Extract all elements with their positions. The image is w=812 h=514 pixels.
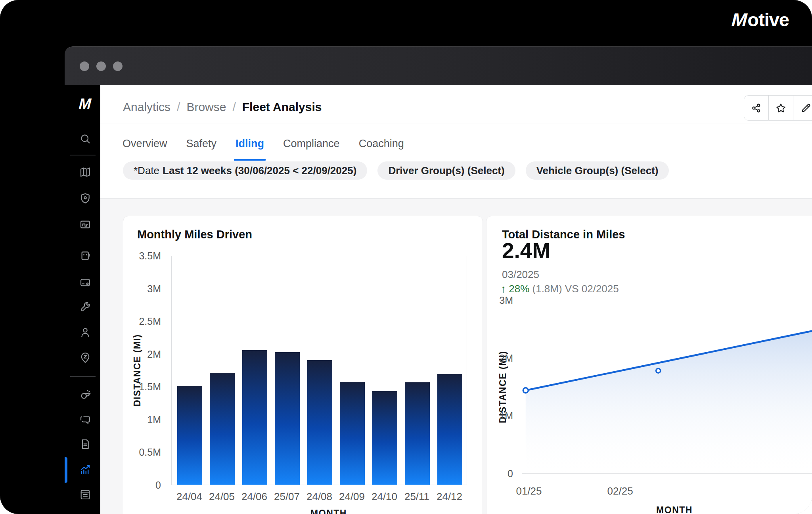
- tab-overview[interactable]: Overview: [121, 135, 169, 161]
- tab-idling[interactable]: Idling: [234, 135, 266, 161]
- line-chart-x-axis-label: MONTH: [656, 505, 693, 514]
- date-filter-chip[interactable]: *Date Last 12 weeks (30/06/2025 < 22/09/…: [123, 161, 367, 180]
- bar-x-tick: 25/07: [274, 491, 300, 503]
- drivers-person-icon[interactable]: [79, 326, 92, 339]
- kpi-change-arrow-icon: ↑: [501, 283, 506, 295]
- bar-y-tick: 2M: [147, 349, 161, 359]
- bar-y-tick: 3M: [147, 284, 161, 294]
- sidebar-motive-m-logo: M: [77, 96, 93, 112]
- bar-24/05[interactable]: [210, 373, 235, 485]
- vehicle-group-filter-chip[interactable]: Vehicle Group(s) (Select): [526, 161, 669, 180]
- page-action-buttons: [744, 95, 812, 121]
- bar-x-tick: 24/12: [437, 491, 462, 503]
- line-y-tick: 2M: [499, 353, 513, 363]
- bar-y-tick: 3.5M: [139, 251, 161, 261]
- bar-x-tick: 24/05: [209, 491, 235, 503]
- documents-file-icon[interactable]: [79, 438, 92, 451]
- driver-group-filter-chip[interactable]: Driver Group(s) (Select): [377, 161, 515, 180]
- kpi-change-percent: 28%: [509, 283, 529, 295]
- tab-coaching[interactable]: Coaching: [357, 135, 406, 161]
- bar-x-tick: 24/04: [176, 491, 202, 503]
- line-chart-y-ticks: 3M2M1M0: [486, 300, 515, 474]
- data-point-marker: [656, 368, 661, 373]
- bar-x-tick: 24/09: [339, 491, 365, 503]
- kpi-change-note: (1.8M) VS 02/2025: [532, 283, 619, 295]
- map-icon[interactable]: [79, 166, 92, 178]
- bar-25/07[interactable]: [275, 352, 300, 485]
- geofence-icon[interactable]: [79, 219, 92, 231]
- window-titlebar: [65, 46, 812, 85]
- bar-24/08[interactable]: [307, 360, 332, 485]
- report-tabs: Overview Safety Idling Compliance Coachi…: [100, 123, 812, 161]
- line-x-tick: 01/25: [516, 485, 542, 497]
- bar-24/06[interactable]: [242, 350, 267, 485]
- bar-y-tick: 1M: [147, 415, 161, 425]
- monthly-miles-driven-card: Monthly Miles Driven DISTANCE (MI) 3.5M3…: [123, 216, 483, 514]
- line-x-tick: 02/25: [607, 485, 633, 497]
- vehicle-group-filter-value: Vehicle Group(s) (Select): [536, 165, 659, 177]
- motive-logo: Motive: [732, 10, 789, 29]
- breadcrumb-analytics[interactable]: Analytics: [123, 100, 170, 114]
- window-dot-icon[interactable]: [113, 61, 123, 71]
- kpi-total-distance-value: 2.4M: [502, 240, 550, 262]
- bar-25/11[interactable]: [405, 382, 430, 485]
- maintenance-wrench-icon[interactable]: [79, 302, 92, 314]
- total-distance-card: Total Distance in Miles 2.4M 03/2025 ↑ 2…: [486, 216, 812, 514]
- page-header: Analytics / Browse / Fleet Analysis: [100, 85, 812, 123]
- bar-24/04[interactable]: [177, 386, 202, 485]
- window-dot-icon[interactable]: [96, 61, 106, 71]
- main-content: Analytics / Browse / Fleet Analysis: [100, 85, 812, 514]
- bar-chart-plot-area: [171, 256, 467, 485]
- breadcrumb-browse[interactable]: Browse: [186, 100, 226, 114]
- messages-chat-icon[interactable]: [79, 414, 92, 426]
- favorite-star-button[interactable]: [769, 96, 793, 120]
- bar-x-tick: 24/10: [372, 491, 397, 503]
- bar-x-tick: 24/08: [306, 491, 332, 503]
- coaching-whistle-icon[interactable]: [79, 389, 92, 401]
- window-dot-icon[interactable]: [80, 61, 89, 71]
- bar-chart-y-ticks: 3.5M3M2.5M2M1.5M1M0.5M0: [123, 256, 165, 485]
- driver-group-filter-value: Driver Group(s) (Select): [388, 165, 504, 177]
- active-nav-indicator: [65, 457, 67, 483]
- screen: Motive M: [0, 0, 812, 514]
- bar-chart-x-axis-label: MONTH: [310, 508, 347, 514]
- breadcrumb-current-page: Fleet Analysis: [242, 100, 322, 114]
- motive-logo-text: otive: [747, 9, 789, 30]
- line-y-tick: 3M: [499, 295, 513, 305]
- area-line-svg: [522, 300, 812, 474]
- breadcrumb: Analytics / Browse / Fleet Analysis: [123, 100, 322, 114]
- share-button[interactable]: [744, 96, 769, 120]
- eld-device-icon[interactable]: [79, 250, 92, 262]
- bar-x-tick: 24/06: [241, 491, 267, 503]
- date-filter-label: *Date: [134, 165, 159, 177]
- fuel-card-icon[interactable]: [79, 276, 92, 289]
- tab-safety[interactable]: Safety: [185, 135, 218, 161]
- bar-y-tick: 0: [155, 480, 161, 490]
- filter-bar: *Date Last 12 weeks (30/06/2025 < 22/09/…: [100, 161, 812, 198]
- kpi-period: 03/2025: [502, 269, 539, 281]
- bar-24/10[interactable]: [372, 391, 397, 485]
- search-icon[interactable]: [79, 133, 92, 145]
- reports-list-icon[interactable]: [79, 489, 92, 501]
- sidebar-divider: [70, 155, 96, 155]
- bar-24/09[interactable]: [340, 382, 365, 485]
- bar-x-tick: 25/11: [404, 491, 429, 503]
- sidebar: M: [65, 85, 100, 514]
- bar-24/12[interactable]: [437, 374, 462, 485]
- data-point-marker: [523, 388, 528, 393]
- line-chart-plot-area: [522, 300, 812, 474]
- tab-compliance[interactable]: Compliance: [282, 135, 341, 161]
- date-filter-value: Last 12 weeks (30/06/2025 < 22/09/2025): [163, 165, 356, 177]
- zones-pin-icon[interactable]: [79, 352, 92, 364]
- line-y-tick: 0: [508, 469, 513, 479]
- dashboard-content: Monthly Miles Driven DISTANCE (MI) 3.5M3…: [100, 198, 812, 514]
- bar-y-tick: 0.5M: [139, 447, 161, 457]
- line-y-tick: 1M: [499, 411, 513, 421]
- sidebar-divider: [70, 376, 96, 377]
- safety-shield-icon[interactable]: [79, 192, 92, 205]
- edit-pencil-button[interactable]: [793, 96, 812, 120]
- kpi-change: ↑ 28% (1.8M) VS 02/2025: [501, 283, 619, 295]
- bar-y-tick: 2.5M: [139, 316, 161, 326]
- analytics-chart-icon[interactable]: [79, 463, 92, 476]
- browser-window: M: [65, 46, 812, 514]
